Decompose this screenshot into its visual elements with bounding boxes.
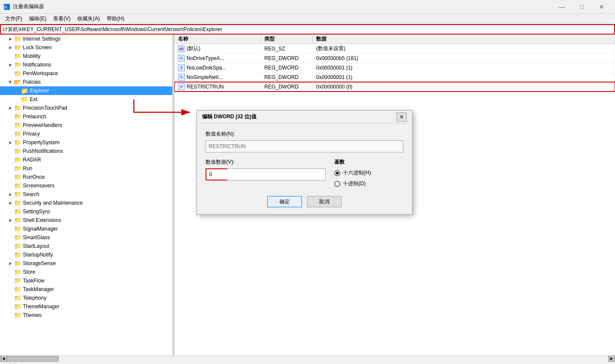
dialog-title: 编辑 DWORD (32 位)值 xyxy=(202,113,396,120)
folder-icon-notifications: 📁 xyxy=(14,61,21,68)
folder-icon-penworkspace: 📁 xyxy=(14,70,21,77)
values-row-default[interactable]: ab (默认) REG_SZ (数值未设置) xyxy=(174,44,615,54)
cell-type-default: REG_SZ xyxy=(261,44,313,53)
tree-item-security-maintenance[interactable]: ▶ 📁 Security and Maintenance xyxy=(0,199,172,207)
tree-item-mobility[interactable]: ▶ 📁 Mobility xyxy=(0,52,172,60)
value-section: 数值数据(V): 0 xyxy=(206,158,326,187)
tree-item-run[interactable]: ▶ 📁 Run xyxy=(0,164,172,173)
folder-icon-signalmanager: 📁 xyxy=(14,225,21,232)
tree-item-themes[interactable]: ▶ 📁 Themes xyxy=(0,311,172,320)
address-bar[interactable]: 计算机\HKEY_CURRENT_USER\Software\Microsoft… xyxy=(0,24,615,35)
tree-item-lock-screen[interactable]: ▶ 📁 Lock Screen xyxy=(0,43,172,52)
tree-label-propertysystem: PropertySystem xyxy=(23,139,60,146)
tree-item-smartglass[interactable]: ▶ 📁 SmartGlass xyxy=(0,233,172,242)
menu-help[interactable]: 帮助(H) xyxy=(103,14,128,23)
dialog-close-button[interactable]: ✕ xyxy=(396,112,407,122)
tree-item-penworkspace[interactable]: ▶ 📁 PenWorkspace xyxy=(0,69,172,78)
minimize-button[interactable]: — xyxy=(552,0,572,14)
tree-item-taskflow[interactable]: ▶ 📁 TaskFlow xyxy=(0,276,172,285)
name-input[interactable] xyxy=(206,140,403,152)
tree-item-prelaunch[interactable]: ▶ 📁 Prelaunch xyxy=(0,112,172,121)
values-row-nolowdiskspace[interactable]: ⊞ NoLowDiskSpa... REG_DWORD 0x00000001 (… xyxy=(174,63,615,73)
radio-hex[interactable]: 十六进制(H) xyxy=(334,169,403,177)
menu-file[interactable]: 文件(F) xyxy=(2,14,25,23)
radio-dec[interactable]: 十进制(D) xyxy=(334,180,403,187)
cell-data-nolowdiskspace: 0x00000001 (1) xyxy=(313,63,615,72)
maximize-button[interactable]: □ xyxy=(572,0,592,14)
tree-item-policies[interactable]: ▶ 📂 Policies xyxy=(0,78,172,86)
tree-label-run: Run xyxy=(23,165,32,171)
tree-item-settingsync[interactable]: ▶ 📁 SettingSync xyxy=(0,207,172,216)
reg-icon-dword-1: ⊞ xyxy=(178,55,185,62)
tree-label-storagesense: StorageSense xyxy=(23,260,56,266)
scroll-area: ◀ ▶ xyxy=(0,355,615,361)
tree-label-search: Search xyxy=(23,191,39,197)
tree-arrow-internet-settings: ▶ xyxy=(7,37,14,41)
close-button[interactable]: ✕ xyxy=(592,0,612,14)
folder-icon-privacy: 📁 xyxy=(14,130,21,137)
tree-label-prelaunch: Prelaunch xyxy=(23,114,46,120)
tree-label-shell-extensions: Shell Extensions xyxy=(23,217,61,223)
tree-label-signalmanager: SignalManager xyxy=(23,226,58,232)
menu-edit[interactable]: 编辑(E) xyxy=(25,14,50,23)
tree-item-internet-settings[interactable]: ▶ 📁 Internet Settings xyxy=(0,35,172,43)
folder-icon-precisiontouchpad: 📁 xyxy=(14,104,21,111)
tree-label-pushnotifications: PushNotifications xyxy=(23,148,63,154)
tree-item-store[interactable]: ▶ 📁 Store xyxy=(0,268,172,276)
tree-item-taskmanager[interactable]: ▶ 📁 TaskManager xyxy=(0,285,172,294)
folder-icon-propertysystem: 📁 xyxy=(14,139,21,146)
tree-item-screensavers[interactable]: ▶ 📁 Screensavers xyxy=(0,181,172,190)
tree-item-notifications[interactable]: ▶ 📁 Notifications xyxy=(0,60,172,69)
tree-label-radar: RADAR xyxy=(23,157,41,163)
tree-label-previewhandlers: PreviewHandlers xyxy=(23,122,62,128)
tree-item-pushnotifications[interactable]: ▶ 📁 PushNotifications xyxy=(0,147,172,155)
tree-item-telephony[interactable]: ▶ 📁 Telephony xyxy=(0,294,172,302)
tree-item-precisiontouchpad[interactable]: ▶ 📁 PrecisionTouchPad xyxy=(0,104,172,112)
dialog-lower-section: 数值数据(V): 0 基数 十六进制(H) 十 xyxy=(206,158,403,187)
tree-label-taskmanager: TaskManager xyxy=(23,286,54,292)
tree-item-signalmanager[interactable]: ▶ 📁 SignalManager xyxy=(0,225,172,233)
tree-item-search[interactable]: ▶ 📁 Search xyxy=(0,190,172,199)
tree-label-internet-settings: Internet Settings xyxy=(23,36,60,42)
value-left-part: 0 xyxy=(206,168,227,180)
tree-item-storagesense[interactable]: ▶ 📁 StorageSense xyxy=(0,259,172,268)
tree-item-explorer[interactable]: ▶ 📁 Explorer xyxy=(0,86,172,95)
tree-item-privacy[interactable]: ▶ 📁 Privacy xyxy=(0,130,172,138)
tree-item-previewhandlers[interactable]: ▶ 📁 PreviewHandlers xyxy=(0,121,172,130)
tree-item-startupnotify[interactable]: ▶ 📁 StartupNotify xyxy=(0,250,172,259)
dialog-body: 数值名称(N): 数值数据(V): 0 基数 十六进制(H) xyxy=(197,123,412,214)
cell-data-nosimplenetl: 0x00000001 (1) xyxy=(313,73,615,82)
tree-label-startlayout: StartLayout xyxy=(23,243,49,249)
cancel-button[interactable]: 取消 xyxy=(307,196,342,207)
menu-favorites[interactable]: 收藏夹(A) xyxy=(74,14,103,23)
tree-item-ext[interactable]: ▶ 📁 Ext xyxy=(0,95,172,104)
reg-icon-ab: ab xyxy=(178,45,185,52)
menu-view[interactable]: 查看(V) xyxy=(50,14,74,23)
scroll-left-button[interactable]: ◀ xyxy=(0,356,7,362)
tree-item-runonce[interactable]: ▶ 📁 RunOnce xyxy=(0,173,172,181)
scroll-right-button[interactable]: ▶ xyxy=(608,356,615,362)
folder-icon-explorer: 📁 xyxy=(21,87,28,94)
tree-item-propertysystem[interactable]: ▶ 📁 PropertySystem xyxy=(0,138,172,147)
tree-item-startlayout[interactable]: ▶ 📁 StartLayout xyxy=(0,242,172,250)
tree-item-thememanager[interactable]: ▶ 📁 ThemeManager xyxy=(0,302,172,311)
cell-data-restrictrun: 0x00000000 (0) xyxy=(313,82,615,91)
tree-item-shell-extensions[interactable]: ▶ 📁 Shell Extensions xyxy=(0,216,172,225)
menu-bar: 文件(F) 编辑(E) 查看(V) 收藏夹(A) 帮助(H) xyxy=(0,14,615,24)
value-right-part[interactable] xyxy=(227,168,326,180)
values-row-restrictrun[interactable]: ⊞ RESTRICTRUN REG_DWORD 0x00000000 (0) xyxy=(174,82,615,92)
tree-arrow-shell-extensions: ▶ xyxy=(7,218,14,222)
cell-data-default: (数值未设置) xyxy=(313,44,615,53)
horizontal-scrollbar-track xyxy=(7,356,608,362)
tree-label-telephony: Telephony xyxy=(23,295,47,301)
values-row-nodrivetypea[interactable]: ⊞ NoDriveTypeA... REG_DWORD 0x000000b5 (… xyxy=(174,54,615,63)
tree-item-radar[interactable]: ▶ 📁 RADAR xyxy=(0,155,172,164)
tree-label-taskflow: TaskFlow xyxy=(23,278,44,284)
ok-button[interactable]: 确定 xyxy=(267,196,302,207)
tree-label-startupnotify: StartupNotify xyxy=(23,252,53,258)
horizontal-scrollbar-thumb[interactable] xyxy=(7,356,59,362)
tree-panel[interactable]: ▶ 📁 Internet Settings ▶ 📁 Lock Screen ▶ … xyxy=(0,35,173,355)
tree-label-themes: Themes xyxy=(23,312,41,318)
tree-arrow-policies: ▶ xyxy=(8,79,13,85)
values-row-nosimplenetl[interactable]: ⊞ NoSimpleNetI... REG_DWORD 0x00000001 (… xyxy=(174,73,615,82)
